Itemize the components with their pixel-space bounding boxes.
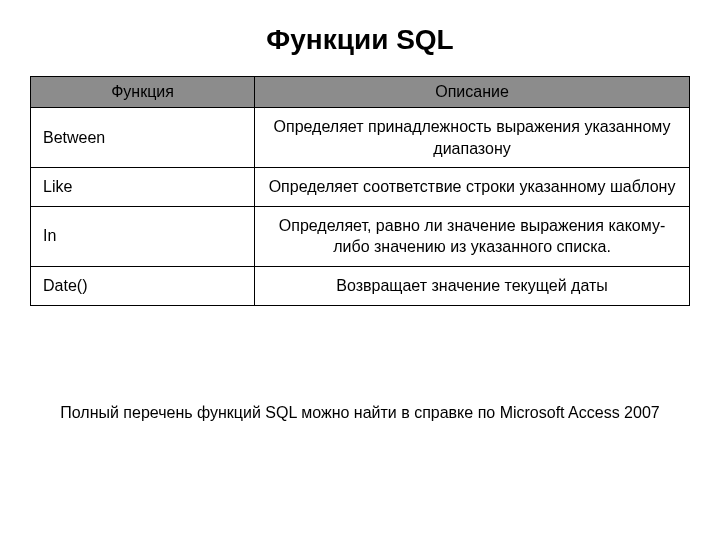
cell-description: Определяет, равно ли значение выражения … <box>255 206 690 266</box>
page-title: Функции SQL <box>0 0 720 76</box>
cell-description: Возвращает значение текущей даты <box>255 266 690 305</box>
header-description: Описание <box>255 77 690 108</box>
table-row: Between Определяет принадлежность выраже… <box>31 108 690 168</box>
cell-function: Like <box>31 168 255 207</box>
table-wrap: Функция Описание Between Определяет прин… <box>0 76 720 306</box>
cell-function: Date() <box>31 266 255 305</box>
cell-function: In <box>31 206 255 266</box>
table-header-row: Функция Описание <box>31 77 690 108</box>
cell-description: Определяет соответствие строки указанном… <box>255 168 690 207</box>
cell-function: Between <box>31 108 255 168</box>
sql-functions-table: Функция Описание Between Определяет прин… <box>30 76 690 306</box>
table-row: In Определяет, равно ли значение выражен… <box>31 206 690 266</box>
footnote-text: Полный перечень функций SQL можно найти … <box>0 404 720 422</box>
table-row: Date() Возвращает значение текущей даты <box>31 266 690 305</box>
header-function: Функция <box>31 77 255 108</box>
cell-description: Определяет принадлежность выражения указ… <box>255 108 690 168</box>
table-row: Like Определяет соответствие строки указ… <box>31 168 690 207</box>
